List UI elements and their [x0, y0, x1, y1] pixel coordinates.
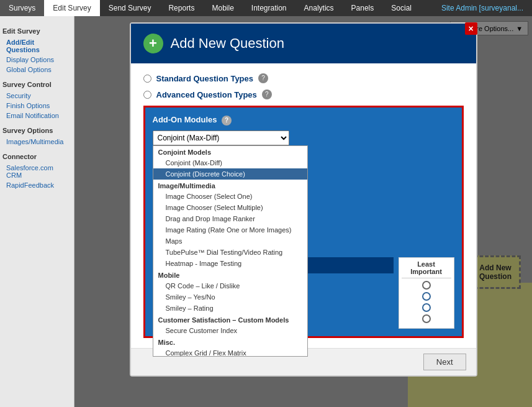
- radio-row-4: [402, 314, 451, 323]
- sidebar-survey-options-title: Survey Options: [2, 127, 71, 134]
- radio-circle-1[interactable]: [422, 281, 431, 290]
- radio-row-3: [402, 303, 451, 312]
- radio-row-1: [402, 281, 451, 290]
- nav-analytics[interactable]: Analytics: [295, 0, 343, 16]
- sidebar-add-edit-questions[interactable]: Add/Edit Questions: [2, 37, 71, 55]
- radio-row-2: [402, 292, 451, 301]
- sidebar-survey-control-title: Survey Control: [2, 81, 71, 88]
- radio-circle-3[interactable]: [422, 303, 431, 312]
- image-multimedia-group: Image/Multimedia: [153, 180, 307, 191]
- sidebar: Edit Survey Add/Edit Questions Display O…: [0, 16, 74, 407]
- dropdown-item-maps[interactable]: Maps: [153, 236, 307, 247]
- dropdown-item-conjoint-maxdiff[interactable]: Conjoint (Max-Diff): [153, 157, 307, 168]
- modal-overlay: × + Add New Question Standard Question T…: [74, 16, 532, 407]
- dropdown-item-heatmap[interactable]: Heatmap - Image Testing: [153, 258, 307, 269]
- nav-send-survey[interactable]: Send Survey: [100, 0, 160, 16]
- sidebar-salesforce[interactable]: Salesforce.com CRM: [2, 163, 71, 180]
- addon-help-icon[interactable]: ?: [222, 116, 232, 126]
- dropdown-item-tubepulse[interactable]: TubePulse™ Dial Testing/Video Rating: [153, 247, 307, 258]
- nav-panels[interactable]: Panels: [343, 0, 383, 16]
- addon-right-column: LeastImportant: [399, 257, 454, 329]
- dropdown-item-complex-grid[interactable]: Complex Grid / Flex Matrix: [153, 347, 307, 357]
- top-navigation: Surveys Edit Survey Send Survey Reports …: [0, 0, 532, 16]
- dropdown-item-image-rating[interactable]: Image Rating (Rate One or More Images): [153, 224, 307, 236]
- plus-icon: +: [143, 34, 163, 53]
- advanced-help-icon[interactable]: ?: [262, 89, 272, 99]
- sidebar-rapidfeedback[interactable]: RapidFeedback: [2, 180, 71, 190]
- mobile-group: Mobile: [153, 269, 307, 280]
- sidebar-connector-title: Connector: [2, 153, 71, 160]
- advanced-question-row: Advanced Question Types ?: [143, 89, 464, 99]
- dropdown-item-conjoint-discrete[interactable]: Conjoint (Discrete Choice): [153, 168, 307, 180]
- sidebar-edit-survey-title: Edit Survey: [2, 27, 71, 35]
- dropdown-item-smiley-rating[interactable]: Smiley – Rating: [153, 303, 307, 314]
- nav-integration[interactable]: Integration: [243, 0, 295, 16]
- standard-label[interactable]: Standard Question Types: [156, 74, 254, 83]
- dropdown-item-image-chooser-multi[interactable]: Image Chooser (Select Multiple): [153, 202, 307, 213]
- radio-circle-4[interactable]: [422, 314, 431, 323]
- addon-select[interactable]: Conjoint (Max-Diff): [153, 130, 289, 145]
- misc-group: Misc.: [153, 336, 307, 347]
- conjoint-models-group: Conjoint Models: [153, 146, 307, 157]
- standard-help-icon[interactable]: ?: [258, 73, 268, 83]
- standard-question-row: Standard Question Types ?: [143, 73, 464, 83]
- standard-radio[interactable]: [143, 75, 151, 83]
- dropdown-item-image-chooser-one[interactable]: Image Chooser (Select One): [153, 191, 307, 202]
- sidebar-global-options[interactable]: Global Options: [2, 65, 71, 75]
- dropdown-item-qr-code[interactable]: QR Code – Like / Dislike: [153, 280, 307, 291]
- col-header-least-important: LeastImportant: [402, 260, 451, 278]
- dropdown-item-smiley-yesno[interactable]: Smiley – Yes/No: [153, 291, 307, 303]
- radio-circle-2[interactable]: [422, 292, 431, 301]
- addon-dropdown-container: Conjoint (Max-Diff) Conjoint Models Conj…: [153, 130, 454, 145]
- addon-dropdown-popup[interactable]: Conjoint Models Conjoint (Max-Diff) Conj…: [153, 145, 308, 357]
- addon-modules-box: Add-On Modules ? Conjoint (Max-Diff) Con…: [143, 106, 464, 338]
- advanced-radio[interactable]: [143, 91, 151, 99]
- nav-admin[interactable]: Site Admin [surveyanal...: [433, 0, 532, 16]
- main-content: × + Add New Question Standard Question T…: [74, 16, 532, 407]
- nav-reports[interactable]: Reports: [160, 0, 203, 16]
- modal-title: Add New Question: [171, 35, 284, 52]
- dropdown-item-drag-drop[interactable]: Drag and Drop Image Ranker: [153, 213, 307, 224]
- sidebar-display-options[interactable]: Display Options: [2, 55, 71, 65]
- add-question-modal: × + Add New Question Standard Question T…: [130, 22, 477, 377]
- advanced-label[interactable]: Advanced Question Types: [156, 90, 257, 99]
- nav-mobile[interactable]: Mobile: [203, 0, 242, 16]
- nav-surveys[interactable]: Surveys: [0, 0, 44, 16]
- modal-header: + Add New Question: [131, 24, 476, 63]
- customer-group: Customer Satisfaction – Custom Models: [153, 314, 307, 325]
- modal-close-button[interactable]: ×: [465, 22, 477, 35]
- modal-body: Standard Question Types ? Advanced Quest…: [131, 63, 476, 348]
- sidebar-finish-options[interactable]: Finish Options: [2, 101, 71, 111]
- sidebar-email-notification[interactable]: Email Notification: [2, 111, 71, 121]
- sidebar-images-multimedia[interactable]: Images/Multimedia: [2, 137, 71, 147]
- nav-social[interactable]: Social: [382, 0, 420, 16]
- addon-title: Add-On Modules ?: [153, 115, 454, 126]
- nav-edit-survey[interactable]: Edit Survey: [44, 0, 99, 16]
- next-button[interactable]: Next: [423, 354, 466, 370]
- dropdown-item-secure-customer[interactable]: Secure Customer Index: [153, 325, 307, 336]
- sidebar-security[interactable]: Security: [2, 91, 71, 101]
